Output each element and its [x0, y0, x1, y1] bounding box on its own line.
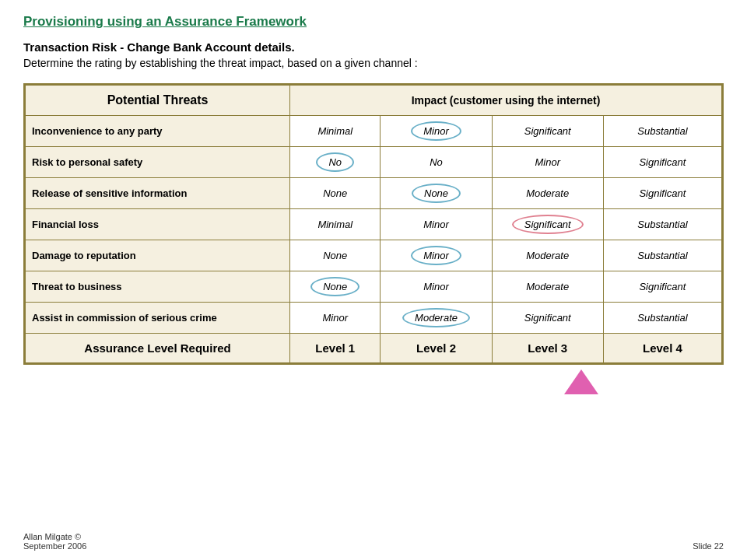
l4-cell: Substantial — [603, 116, 721, 147]
l2-cell: No — [381, 147, 492, 178]
threat-cell: Assist in commission of serious crime — [26, 303, 290, 334]
col-header-threats: Potential Threats — [26, 86, 290, 116]
table-row: Risk to personal safetyNoNoMinorSignific… — [26, 147, 722, 178]
l3-cell: Significant — [492, 209, 603, 240]
l4-cell: Substantial — [603, 240, 721, 271]
l4-cell: Substantial — [603, 303, 721, 334]
main-table-wrapper: Potential Threats Impact (customer using… — [23, 83, 724, 365]
l3-cell: Significant — [492, 303, 603, 334]
level1-footer: Level 1 — [290, 334, 381, 363]
arrow-indicator — [564, 369, 598, 394]
page-title: Provisioning using an Assurance Framewor… — [23, 14, 724, 30]
arrow-up-icon — [564, 369, 598, 394]
level4-footer: Level 4 — [603, 334, 721, 363]
arrow-area — [23, 365, 724, 397]
l2-cell: Minor — [381, 240, 492, 271]
threat-cell: Damage to reputation — [26, 240, 290, 271]
level2-footer: Level 2 — [381, 334, 492, 363]
l1-cell: Minimal — [290, 209, 381, 240]
assurance-label: Assurance Level Required — [26, 334, 290, 363]
table-row: Financial lossMinimalMinorSignificantSub… — [26, 209, 722, 240]
l2-cell: Minor — [381, 209, 492, 240]
l3-cell: Moderate — [492, 271, 603, 303]
l2-cell: None — [381, 178, 492, 209]
table-row: Release of sensitive informationNoneNone… — [26, 178, 722, 209]
l3-cell: Moderate — [492, 240, 603, 271]
l1-cell: Minimal — [290, 116, 381, 147]
threat-cell: Inconvenience to any party — [26, 116, 290, 147]
footer-copyright: Allan Milgate © September 2006 — [23, 532, 86, 551]
subtitle-line1: Transaction Risk - Change Bank Account d… — [23, 40, 724, 54]
table-row: Inconvenience to any partyMinimalMinorSi… — [26, 116, 722, 147]
threat-cell: Risk to personal safety — [26, 147, 290, 178]
l3-cell: Minor — [492, 147, 603, 178]
threat-cell: Release of sensitive information — [26, 178, 290, 209]
risk-table: Potential Threats Impact (customer using… — [25, 85, 722, 363]
table-row: Damage to reputationNoneMinorModerateSub… — [26, 240, 722, 271]
l2-cell: Moderate — [381, 303, 492, 334]
col-header-impact: Impact (customer using the internet) — [290, 86, 722, 116]
threat-cell: Threat to business — [26, 271, 290, 303]
l4-cell: Substantial — [603, 209, 721, 240]
subtitle-line2: Determine the rating by establishing the… — [23, 57, 724, 69]
table-row: Assist in commission of serious crimeMin… — [26, 303, 722, 334]
level3-footer: Level 3 — [492, 334, 603, 363]
l4-cell: Significant — [603, 178, 721, 209]
l3-cell: Moderate — [492, 178, 603, 209]
l4-cell: Significant — [603, 271, 721, 303]
l1-cell: None — [290, 178, 381, 209]
l2-cell: Minor — [381, 116, 492, 147]
l1-cell: None — [290, 271, 381, 303]
l1-cell: None — [290, 240, 381, 271]
table-container: Potential Threats Impact (customer using… — [25, 85, 722, 363]
table-row: Threat to businessNoneMinorModerateSigni… — [26, 271, 722, 303]
l1-cell: Minor — [290, 303, 381, 334]
threat-cell: Financial loss — [26, 209, 290, 240]
l4-cell: Significant — [603, 147, 721, 178]
l1-cell: No — [290, 147, 381, 178]
footer-slide: Slide 22 — [693, 541, 724, 551]
l2-cell: Minor — [381, 271, 492, 303]
l3-cell: Significant — [492, 116, 603, 147]
